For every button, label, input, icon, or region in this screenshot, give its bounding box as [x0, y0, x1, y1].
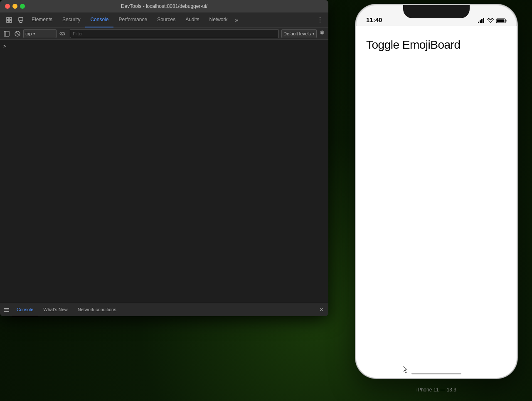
- svg-rect-22: [497, 20, 505, 22]
- svg-rect-19: [483, 18, 484, 23]
- close-button[interactable]: [5, 4, 10, 9]
- minimize-button[interactable]: [12, 4, 17, 9]
- traffic-lights: [5, 4, 25, 9]
- battery-icon: [496, 18, 507, 23]
- svg-point-12: [62, 33, 63, 35]
- iphone-content: Toggle EmojiBoard: [356, 26, 517, 378]
- signal-icon: [478, 18, 485, 23]
- window-title: DevTools - localhost:8081/debugger-ui/: [121, 3, 207, 9]
- svg-rect-21: [506, 20, 507, 22]
- svg-rect-13: [4, 308, 9, 309]
- titlebar: DevTools - localhost:8081/debugger-ui/: [0, 0, 328, 12]
- iphone-frame: 11:40: [355, 4, 517, 379]
- tab-overflow-button[interactable]: »: [233, 17, 241, 23]
- home-indicator: [411, 373, 461, 374]
- bottom-drawer: Console What's New Network conditions ×: [0, 303, 328, 316]
- console-toolbar: top ▾ Default levels ▾: [0, 27, 328, 40]
- tab-network[interactable]: Network: [204, 12, 233, 27]
- wifi-icon: [487, 18, 494, 23]
- svg-rect-1: [10, 17, 12, 20]
- devtools-tabbar: Elements Security Console Performance So…: [0, 12, 328, 27]
- svg-rect-15: [4, 311, 9, 312]
- console-area: >: [0, 40, 328, 303]
- tab-performance[interactable]: Performance: [113, 12, 152, 27]
- svg-rect-17: [480, 20, 481, 23]
- context-selector[interactable]: top ▾: [23, 29, 57, 38]
- eye-icon[interactable]: [57, 29, 67, 39]
- iphone-model-label: iPhone 11 — 13.3: [416, 387, 456, 393]
- settings-gear-icon[interactable]: [318, 30, 327, 37]
- drawer-tab-whats-new[interactable]: What's New: [38, 303, 72, 317]
- tab-sources[interactable]: Sources: [152, 12, 180, 27]
- svg-rect-4: [19, 17, 23, 21]
- drawer-toggle-icon[interactable]: [2, 305, 12, 315]
- svg-rect-7: [4, 31, 9, 36]
- svg-point-11: [60, 32, 65, 35]
- app-title: Toggle EmojiBoard: [366, 38, 461, 52]
- tab-audits[interactable]: Audits: [180, 12, 204, 27]
- device-toolbar-icon[interactable]: [15, 14, 27, 26]
- svg-rect-2: [7, 20, 9, 22]
- drawer-tab-console[interactable]: Console: [12, 303, 38, 317]
- drawer-tab-network-conditions[interactable]: Network conditions: [73, 303, 121, 317]
- svg-rect-16: [478, 22, 479, 23]
- iphone-notch: [403, 5, 470, 18]
- status-icons: [478, 18, 507, 23]
- inspect-icon[interactable]: [3, 14, 15, 26]
- svg-rect-3: [10, 20, 12, 22]
- drawer-close-button[interactable]: ×: [316, 306, 327, 314]
- svg-rect-14: [4, 309, 9, 310]
- svg-rect-18: [481, 19, 483, 23]
- panel-left-icon[interactable]: [2, 29, 12, 39]
- clear-console-icon[interactable]: [12, 29, 22, 39]
- svg-rect-0: [7, 17, 9, 20]
- devtools-more-options[interactable]: ⋮: [315, 16, 325, 24]
- iphone-mockup: 11:40: [341, 0, 532, 401]
- tab-console[interactable]: Console: [85, 12, 113, 27]
- filter-input[interactable]: [70, 29, 279, 38]
- devtools-window: DevTools - localhost:8081/debugger-ui/ E…: [0, 0, 328, 316]
- maximize-button[interactable]: [20, 4, 25, 9]
- svg-line-10: [16, 32, 19, 35]
- tab-elements[interactable]: Elements: [27, 12, 57, 27]
- log-levels-selector[interactable]: Default levels ▾: [281, 29, 317, 38]
- tab-security[interactable]: Security: [57, 12, 85, 27]
- console-prompt: >: [3, 43, 6, 49]
